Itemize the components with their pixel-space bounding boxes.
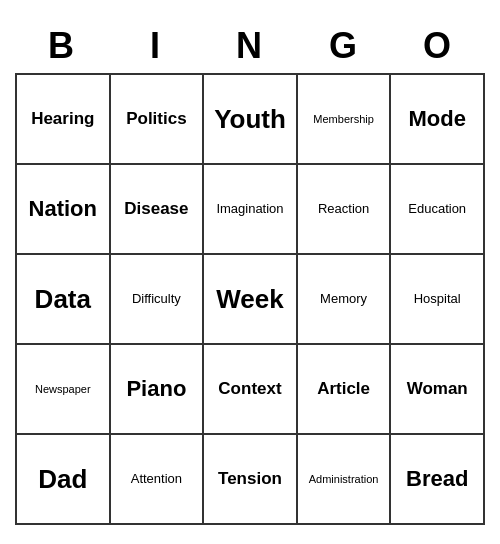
cell-label: Tension [218,470,282,489]
header-letter: G [297,19,391,73]
bingo-cell: Data [17,255,111,345]
bingo-cell: Disease [111,165,205,255]
bingo-cell: Bread [391,435,485,525]
bingo-cell: Piano [111,345,205,435]
bingo-cell: Membership [298,75,392,165]
bingo-grid: HearingPoliticsYouthMembershipModeNation… [15,73,485,525]
cell-label: Context [218,380,281,399]
header-letter: B [15,19,109,73]
header-letter: N [203,19,297,73]
bingo-cell: Woman [391,345,485,435]
bingo-cell: Memory [298,255,392,345]
bingo-cell: Newspaper [17,345,111,435]
bingo-cell: Youth [204,75,298,165]
bingo-cell: Administration [298,435,392,525]
bingo-cell: Education [391,165,485,255]
bingo-cell: Politics [111,75,205,165]
cell-label: Piano [126,377,186,401]
cell-label: Memory [320,292,367,306]
cell-label: Bread [406,467,468,491]
cell-label: Data [35,285,91,314]
bingo-cell: Hearing [17,75,111,165]
bingo-cell: Hospital [391,255,485,345]
cell-label: Administration [309,473,379,485]
cell-label: Dad [38,465,87,494]
cell-label: Week [216,285,283,314]
bingo-cell: Article [298,345,392,435]
bingo-cell: Mode [391,75,485,165]
bingo-cell: Tension [204,435,298,525]
cell-label: Hospital [414,292,461,306]
cell-label: Article [317,380,370,399]
bingo-cell: Dad [17,435,111,525]
cell-label: Newspaper [35,383,91,395]
cell-label: Youth [214,105,286,134]
bingo-cell: Reaction [298,165,392,255]
cell-label: Politics [126,110,186,129]
cell-label: Education [408,202,466,216]
header-letter: O [391,19,485,73]
bingo-cell: Imagination [204,165,298,255]
cell-label: Hearing [31,110,94,129]
header-letter: I [109,19,203,73]
bingo-cell: Difficulty [111,255,205,345]
bingo-cell: Week [204,255,298,345]
cell-label: Attention [131,472,182,486]
bingo-cell: Context [204,345,298,435]
cell-label: Disease [124,200,188,219]
cell-label: Imagination [216,202,283,216]
bingo-cell: Nation [17,165,111,255]
cell-label: Membership [313,113,374,125]
cell-label: Difficulty [132,292,181,306]
bingo-cell: Attention [111,435,205,525]
cell-label: Woman [407,380,468,399]
cell-label: Mode [408,107,465,131]
cell-label: Reaction [318,202,369,216]
bingo-card: BINGO HearingPoliticsYouthMembershipMode… [15,19,485,525]
cell-label: Nation [29,197,97,221]
bingo-header: BINGO [15,19,485,73]
